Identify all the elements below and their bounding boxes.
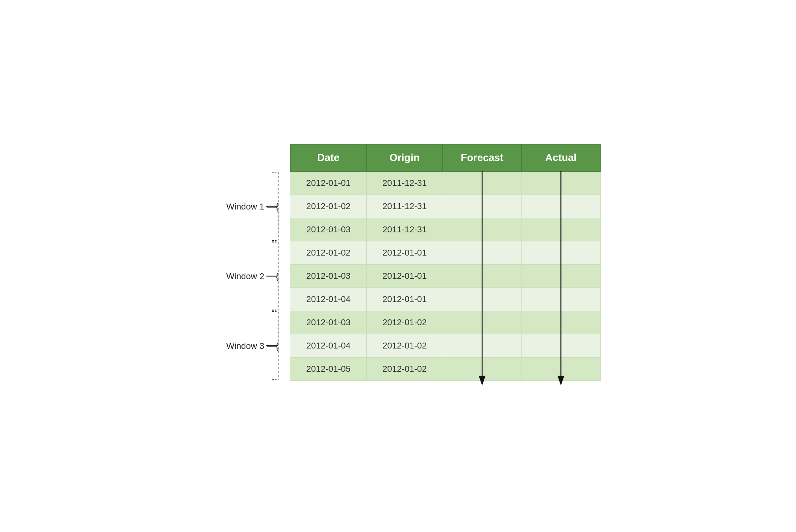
cell-origin: 2011-12-31 [367,195,443,218]
window-label-0: Window 1 [226,202,264,211]
cell-date: 2012-01-04 [290,287,367,311]
cell-forecast [443,334,521,357]
cell-date: 2012-01-02 [290,241,367,264]
svg-text:—{: —{ [267,202,278,211]
table-row: 2012-01-042012-01-01 [290,287,600,311]
cell-forecast [443,218,521,241]
header-col-forecast: Forecast [443,144,521,171]
header-col-date: Date [290,144,367,171]
cell-origin: 2011-12-31 [367,171,443,195]
cell-actual [521,334,600,357]
table-row: 2012-01-022012-01-01 [290,241,600,264]
page-container: Window 1 —{Window 2 —{Window 3 —{ DateOr… [195,144,601,389]
header-col-actual: Actual [521,144,600,171]
cell-actual [521,311,600,334]
cell-origin: 2011-12-31 [367,218,443,241]
header-col-origin: Origin [367,144,443,171]
cell-origin: 2012-01-02 [367,334,443,357]
window-label-1: Window 2 [226,271,264,281]
table-wrapper: DateOriginForecastActual 2012-01-012011-… [290,144,601,381]
left-labels-area: Window 1 —{Window 2 —{Window 3 —{ [195,144,290,389]
svg-text:—{: —{ [267,341,278,351]
table-row: 2012-01-052012-01-02 [290,357,600,380]
cell-forecast [443,241,521,264]
cell-actual [521,241,600,264]
window-label-2: Window 3 [226,341,264,351]
cell-forecast [443,195,521,218]
cell-forecast [443,171,521,195]
cell-forecast [443,264,521,287]
cell-actual [521,264,600,287]
brackets-svg: Window 1 —{Window 2 —{Window 3 —{ [195,144,290,389]
cell-date: 2012-01-01 [290,171,367,195]
cell-date: 2012-01-03 [290,311,367,334]
table-row: 2012-01-032012-01-01 [290,264,600,287]
cell-forecast [443,287,521,311]
table-row: 2012-01-032012-01-02 [290,311,600,334]
cell-date: 2012-01-03 [290,264,367,287]
svg-text:—{: —{ [267,271,278,281]
table-row: 2012-01-022011-12-31 [290,195,600,218]
table-row: 2012-01-042012-01-02 [290,334,600,357]
cell-origin: 2012-01-01 [367,287,443,311]
table-row: 2012-01-012011-12-31 [290,171,600,195]
cell-origin: 2012-01-02 [367,357,443,380]
cell-date: 2012-01-04 [290,334,367,357]
cell-actual [521,195,600,218]
cell-forecast [443,357,521,380]
data-table: DateOriginForecastActual 2012-01-012011-… [290,144,601,381]
cell-actual [521,357,600,380]
cell-actual [521,287,600,311]
cell-origin: 2012-01-02 [367,311,443,334]
cell-origin: 2012-01-01 [367,241,443,264]
cell-origin: 2012-01-01 [367,264,443,287]
table-row: 2012-01-032011-12-31 [290,218,600,241]
cell-date: 2012-01-02 [290,195,367,218]
cell-forecast [443,311,521,334]
cell-date: 2012-01-03 [290,218,367,241]
cell-actual [521,218,600,241]
cell-actual [521,171,600,195]
cell-date: 2012-01-05 [290,357,367,380]
